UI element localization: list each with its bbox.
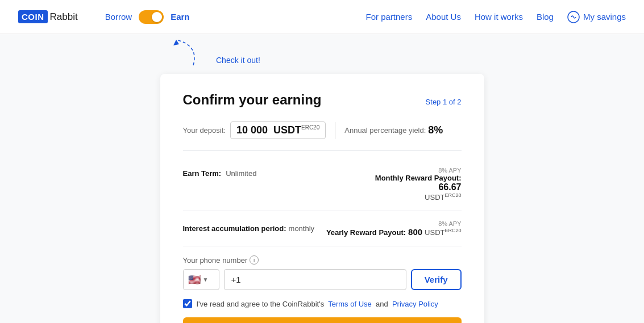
confirm-card: Confirm your earning Step 1 of 2 Your de… (160, 74, 484, 323)
apy-value: 8% (428, 124, 443, 136)
privacy-policy-link[interactable]: Privacy Policy (392, 300, 438, 308)
flag-emoji: 🇺🇸 (188, 274, 201, 286)
monthly-reward-block: 8% APY Monthly Reward Payout: 66.67 USDT… (322, 162, 462, 206)
for-partners-link[interactable]: For partners (366, 12, 413, 22)
blog-link[interactable]: Blog (537, 12, 554, 22)
verify-button[interactable]: Verify (411, 269, 462, 290)
agree-pre: I've read and agree to the CoinRabbit's (197, 300, 325, 308)
interest-value: monthly (289, 224, 315, 233)
check-it-out-label: Check it out! (216, 56, 260, 65)
phone-label: Your phone number i (183, 255, 462, 265)
monthly-apy: 8% APY (438, 167, 461, 174)
yearly-reward-label: Yearly Reward Payout: (326, 228, 406, 237)
deposit-row: Your deposit: 10 000 USDTERC20 Annual pe… (183, 121, 462, 151)
separator-2 (183, 246, 462, 246)
savings-icon (567, 11, 580, 23)
monthly-reward-amount: 66.67 (438, 182, 461, 192)
annotation: Check it out! (148, 34, 644, 68)
logo[interactable]: COIN Rabbit (18, 10, 78, 23)
toggle-thumb (152, 12, 162, 22)
terms-of-use-link[interactable]: Terms of Use (328, 300, 372, 308)
vertical-divider (335, 122, 335, 139)
nav-toggle-group: Borrow Earn (101, 10, 194, 24)
how-it-works-link[interactable]: How it works (475, 12, 523, 22)
deposit-label: Your deposit: (183, 126, 226, 135)
interest-grid: Interest accumulation period: monthly 8%… (183, 220, 462, 237)
earn-term-label: Earn Term: (183, 169, 222, 178)
my-savings-link[interactable]: My savings (567, 11, 626, 23)
monthly-superscript: ERC20 (444, 192, 461, 198)
monthly-reward-title: Monthly Reward Payout: (375, 174, 462, 182)
phone-input[interactable] (224, 269, 406, 290)
agree-text: I've read and agree to the CoinRabbit's … (197, 300, 438, 308)
card-title: Confirm your earning (183, 92, 322, 108)
agree-checkbox[interactable] (183, 299, 192, 308)
interest-label: Interest accumulation period: (183, 224, 286, 233)
deposit-currency: USDT (273, 124, 301, 136)
card-header: Confirm your earning Step 1 of 2 (183, 92, 462, 108)
yearly-currency: USDTERC20 (425, 228, 461, 237)
earn-term-value: Unlimited (226, 169, 256, 178)
logo-coin: COIN (18, 10, 48, 23)
monthly-amount: 66.67 (438, 182, 461, 192)
about-us-link[interactable]: About Us (426, 12, 461, 22)
borrow-nav-link[interactable]: Borrow (101, 10, 137, 24)
chevron-down-icon: ▼ (203, 276, 209, 283)
logo-rabbit: Rabbit (50, 11, 78, 23)
phone-row: 🇺🇸 ▼ Verify (183, 269, 462, 290)
country-select[interactable]: 🇺🇸 ▼ (183, 269, 219, 290)
agree-row: I've read and agree to the CoinRabbit's … (183, 299, 462, 308)
confirm-button[interactable]: Confirm (183, 317, 462, 323)
step-label: Step 1 of 2 (426, 98, 462, 106)
yearly-reward-block: 8% APY Yearly Reward Payout: 800 USDTERC… (322, 220, 462, 237)
terms-grid: Earn Term: Unlimited 8% APY Monthly Rewa… (183, 162, 462, 206)
nav-right: For partners About Us How it works Blog … (366, 11, 626, 23)
navbar: COIN Rabbit Borrow Earn For partners Abo… (0, 0, 644, 34)
deposit-amount: 10 000 (236, 124, 268, 136)
separator (183, 211, 462, 211)
agree-and: and (376, 300, 388, 308)
earn-nav-link[interactable]: Earn (166, 10, 194, 24)
info-icon[interactable]: i (250, 255, 259, 265)
interest-left: Interest accumulation period: monthly (183, 220, 322, 237)
yearly-row: Yearly Reward Payout: 800 USDTERC20 (326, 227, 462, 237)
yearly-superscript: ERC20 (444, 228, 461, 233)
yearly-amount: 800 (408, 227, 422, 237)
borrow-earn-toggle[interactable] (139, 10, 164, 24)
monthly-reward-currency: USDTERC20 (425, 192, 461, 202)
my-savings-label: My savings (583, 12, 626, 22)
apy-label: Annual percentage yield: (344, 126, 426, 135)
yearly-apy: 8% APY (438, 220, 461, 227)
earn-term-row: Earn Term: Unlimited (183, 162, 322, 206)
deposit-value: 10 000 USDTERC20 (230, 121, 326, 139)
deposit-superscript: ERC20 (301, 124, 319, 131)
main-content: Confirm your earning Step 1 of 2 Your de… (0, 68, 644, 323)
